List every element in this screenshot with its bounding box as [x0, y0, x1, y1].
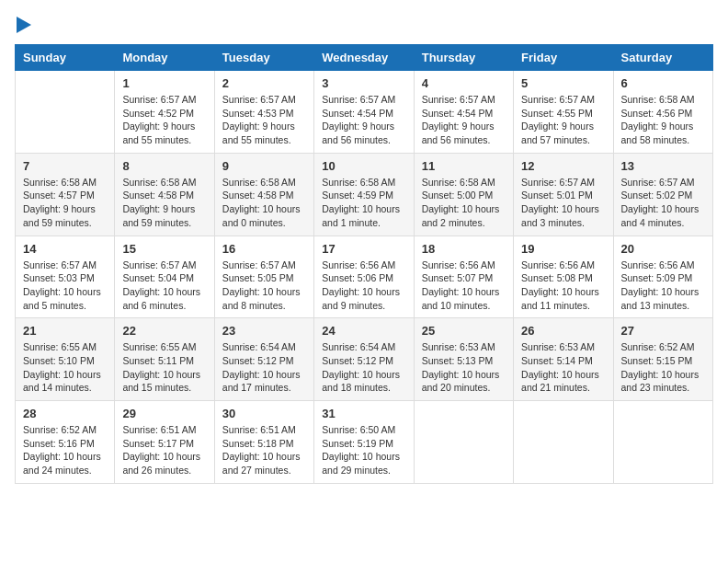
- day-number: 14: [23, 242, 107, 256]
- column-header-tuesday: Tuesday: [214, 45, 313, 71]
- day-number: 30: [222, 407, 306, 420]
- calendar-cell: 27Sunrise: 6:52 AM Sunset: 5:15 PM Dayli…: [613, 318, 712, 401]
- day-info: Sunrise: 6:57 AM Sunset: 5:02 PM Dayligh…: [621, 176, 705, 230]
- calendar-cell: 29Sunrise: 6:51 AM Sunset: 5:17 PM Dayli…: [115, 401, 214, 484]
- day-number: 18: [422, 242, 506, 256]
- day-number: 19: [521, 242, 605, 256]
- day-number: 4: [422, 76, 506, 90]
- day-info: Sunrise: 6:53 AM Sunset: 5:14 PM Dayligh…: [521, 340, 605, 395]
- calendar-cell: 3Sunrise: 6:57 AM Sunset: 4:54 PM Daylig…: [314, 71, 414, 154]
- day-info: Sunrise: 6:57 AM Sunset: 5:01 PM Dayligh…: [521, 176, 605, 230]
- calendar-cell: 11Sunrise: 6:58 AM Sunset: 5:00 PM Dayli…: [414, 153, 513, 236]
- day-number: 26: [521, 324, 605, 338]
- page-header: [15, 15, 713, 33]
- column-header-friday: Friday: [514, 45, 613, 71]
- calendar-cell: 1Sunrise: 6:57 AM Sunset: 4:52 PM Daylig…: [115, 71, 214, 154]
- day-number: 23: [222, 324, 306, 338]
- day-number: 6: [621, 76, 705, 90]
- calendar-cell: 10Sunrise: 6:58 AM Sunset: 4:59 PM Dayli…: [314, 153, 414, 236]
- day-info: Sunrise: 6:55 AM Sunset: 5:10 PM Dayligh…: [23, 340, 107, 395]
- day-number: 11: [422, 159, 506, 173]
- day-info: Sunrise: 6:51 AM Sunset: 5:18 PM Dayligh…: [222, 423, 306, 477]
- day-info: Sunrise: 6:56 AM Sunset: 5:06 PM Dayligh…: [322, 259, 405, 313]
- day-info: Sunrise: 6:56 AM Sunset: 5:09 PM Dayligh…: [621, 259, 705, 313]
- calendar-cell: 18Sunrise: 6:56 AM Sunset: 5:07 PM Dayli…: [414, 236, 513, 318]
- calendar-row: 28Sunrise: 6:52 AM Sunset: 5:16 PM Dayli…: [16, 401, 713, 484]
- calendar-cell: 7Sunrise: 6:58 AM Sunset: 4:57 PM Daylig…: [16, 153, 115, 236]
- day-number: 25: [422, 324, 506, 338]
- day-info: Sunrise: 6:58 AM Sunset: 4:58 PM Dayligh…: [222, 176, 306, 230]
- day-info: Sunrise: 6:57 AM Sunset: 4:54 PM Dayligh…: [322, 93, 405, 147]
- day-info: Sunrise: 6:57 AM Sunset: 5:03 PM Dayligh…: [23, 259, 107, 313]
- logo-arrow-icon: [17, 17, 31, 37]
- day-info: Sunrise: 6:54 AM Sunset: 5:12 PM Dayligh…: [222, 340, 306, 395]
- day-info: Sunrise: 6:57 AM Sunset: 5:05 PM Dayligh…: [222, 259, 306, 313]
- calendar-cell: 16Sunrise: 6:57 AM Sunset: 5:05 PM Dayli…: [214, 236, 313, 318]
- day-info: Sunrise: 6:58 AM Sunset: 4:58 PM Dayligh…: [122, 176, 206, 230]
- column-header-thursday: Thursday: [414, 45, 513, 71]
- column-header-wednesday: Wednesday: [314, 45, 414, 71]
- day-number: 17: [322, 242, 405, 256]
- calendar-cell: 25Sunrise: 6:53 AM Sunset: 5:13 PM Dayli…: [414, 318, 513, 401]
- day-number: 2: [222, 76, 306, 90]
- day-info: Sunrise: 6:56 AM Sunset: 5:07 PM Dayligh…: [422, 259, 506, 313]
- day-number: 20: [621, 242, 705, 256]
- day-info: Sunrise: 6:55 AM Sunset: 5:11 PM Dayligh…: [122, 340, 206, 395]
- day-number: 5: [521, 76, 605, 90]
- column-header-sunday: Sunday: [16, 45, 115, 71]
- day-number: 1: [122, 76, 206, 90]
- calendar-cell: 26Sunrise: 6:53 AM Sunset: 5:14 PM Dayli…: [514, 318, 613, 401]
- calendar-table: SundayMondayTuesdayWednesdayThursdayFrid…: [15, 44, 713, 484]
- day-info: Sunrise: 6:58 AM Sunset: 4:59 PM Dayligh…: [322, 176, 405, 230]
- calendar-cell: 24Sunrise: 6:54 AM Sunset: 5:12 PM Dayli…: [314, 318, 414, 401]
- calendar-cell: 20Sunrise: 6:56 AM Sunset: 5:09 PM Dayli…: [613, 236, 712, 318]
- day-info: Sunrise: 6:57 AM Sunset: 4:52 PM Dayligh…: [122, 93, 206, 147]
- calendar-row: 7Sunrise: 6:58 AM Sunset: 4:57 PM Daylig…: [16, 153, 713, 236]
- calendar-row: 1Sunrise: 6:57 AM Sunset: 4:52 PM Daylig…: [16, 71, 713, 154]
- calendar-cell: 2Sunrise: 6:57 AM Sunset: 4:53 PM Daylig…: [214, 71, 313, 154]
- day-info: Sunrise: 6:58 AM Sunset: 4:56 PM Dayligh…: [621, 93, 705, 147]
- day-number: 7: [23, 159, 107, 173]
- calendar-cell: 12Sunrise: 6:57 AM Sunset: 5:01 PM Dayli…: [514, 153, 613, 236]
- calendar-cell: 6Sunrise: 6:58 AM Sunset: 4:56 PM Daylig…: [613, 71, 712, 154]
- day-number: 8: [122, 159, 206, 173]
- day-number: 16: [222, 242, 306, 256]
- day-number: 13: [621, 159, 705, 173]
- calendar-cell: [414, 401, 513, 484]
- calendar-cell: 19Sunrise: 6:56 AM Sunset: 5:08 PM Dayli…: [514, 236, 613, 318]
- calendar-cell: [514, 401, 613, 484]
- calendar-cell: 5Sunrise: 6:57 AM Sunset: 4:55 PM Daylig…: [514, 71, 613, 154]
- calendar-cell: 4Sunrise: 6:57 AM Sunset: 4:54 PM Daylig…: [414, 71, 513, 154]
- calendar-cell: 21Sunrise: 6:55 AM Sunset: 5:10 PM Dayli…: [16, 318, 115, 401]
- day-info: Sunrise: 6:52 AM Sunset: 5:15 PM Dayligh…: [621, 340, 705, 395]
- calendar-cell: 23Sunrise: 6:54 AM Sunset: 5:12 PM Dayli…: [214, 318, 313, 401]
- calendar-cell: 9Sunrise: 6:58 AM Sunset: 4:58 PM Daylig…: [214, 153, 313, 236]
- calendar-cell: 31Sunrise: 6:50 AM Sunset: 5:19 PM Dayli…: [314, 401, 414, 484]
- day-number: 28: [23, 407, 107, 420]
- day-number: 24: [322, 324, 405, 338]
- calendar-cell: 13Sunrise: 6:57 AM Sunset: 5:02 PM Dayli…: [613, 153, 712, 236]
- day-number: 27: [621, 324, 705, 338]
- day-info: Sunrise: 6:58 AM Sunset: 5:00 PM Dayligh…: [422, 176, 506, 230]
- day-info: Sunrise: 6:52 AM Sunset: 5:16 PM Dayligh…: [23, 423, 107, 477]
- calendar-cell: 17Sunrise: 6:56 AM Sunset: 5:06 PM Dayli…: [314, 236, 414, 318]
- day-number: 10: [322, 159, 405, 173]
- day-number: 3: [322, 76, 405, 90]
- day-number: 12: [521, 159, 605, 173]
- day-info: Sunrise: 6:58 AM Sunset: 4:57 PM Dayligh…: [23, 176, 107, 230]
- day-number: 29: [122, 407, 206, 420]
- day-info: Sunrise: 6:57 AM Sunset: 4:53 PM Dayligh…: [222, 93, 306, 147]
- calendar-cell: 8Sunrise: 6:58 AM Sunset: 4:58 PM Daylig…: [115, 153, 214, 236]
- day-info: Sunrise: 6:53 AM Sunset: 5:13 PM Dayligh…: [422, 340, 506, 395]
- day-info: Sunrise: 6:57 AM Sunset: 4:55 PM Dayligh…: [521, 93, 605, 147]
- day-number: 9: [222, 159, 306, 173]
- day-info: Sunrise: 6:51 AM Sunset: 5:17 PM Dayligh…: [122, 423, 206, 477]
- calendar-cell: 14Sunrise: 6:57 AM Sunset: 5:03 PM Dayli…: [16, 236, 115, 318]
- column-header-saturday: Saturday: [613, 45, 712, 71]
- day-info: Sunrise: 6:50 AM Sunset: 5:19 PM Dayligh…: [322, 423, 405, 477]
- day-info: Sunrise: 6:56 AM Sunset: 5:08 PM Dayligh…: [521, 259, 605, 313]
- calendar-row: 14Sunrise: 6:57 AM Sunset: 5:03 PM Dayli…: [16, 236, 713, 318]
- day-number: 21: [23, 324, 107, 338]
- calendar-row: 21Sunrise: 6:55 AM Sunset: 5:10 PM Dayli…: [16, 318, 713, 401]
- calendar-cell: [613, 401, 712, 484]
